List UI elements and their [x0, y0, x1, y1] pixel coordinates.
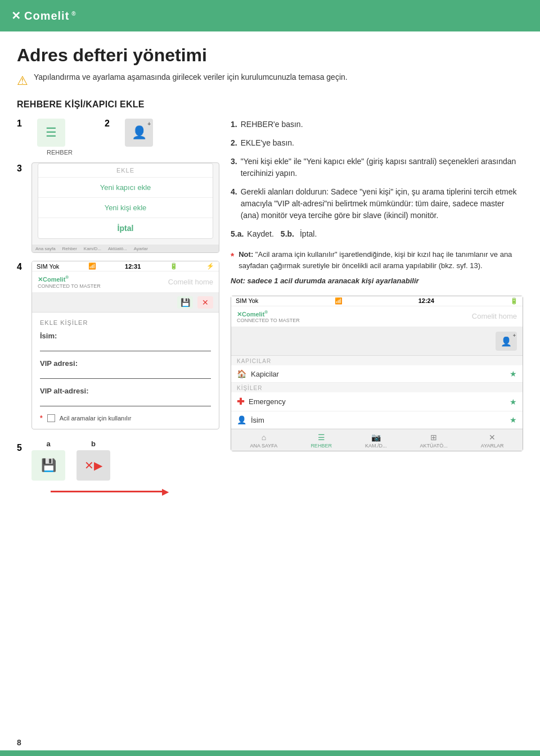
form-action-bar: 💾 ✕ — [32, 293, 219, 313]
rehber-icon-box: ☰ — [37, 119, 65, 147]
nav-label-ayarlar: AYARLAR — [481, 443, 504, 449]
emergency-star: ★ — [510, 397, 517, 406]
charge-icon: ⚡ — [206, 262, 214, 270]
menu-item-kapici[interactable]: Yeni kapıcı ekle — [38, 178, 213, 198]
left-column: 1 ☰ REHBER 2 👤 + 3 — [17, 119, 219, 497]
menu-icon: ☰ — [46, 125, 57, 140]
bottom-strip — [0, 750, 540, 756]
name-field-label: İsim: — [40, 332, 211, 340]
instr4-num: 4. — [231, 186, 237, 221]
page-title: Adres defteri yönetimi — [17, 45, 523, 66]
instr2-text: EKLE'ye basın. — [241, 137, 294, 149]
nav-label-kam: KAM./D... — [365, 443, 387, 449]
connected-text: CONNECTED TO MASTER — [38, 283, 101, 289]
instruction-4: 4. Gerekli alanları doldurun: Sadece "ye… — [231, 186, 523, 221]
isim-label: İsim — [251, 416, 264, 424]
vip-alt-field: VIP alt-adresi: — [40, 387, 211, 406]
kapicilar-label: Kapicilar — [251, 370, 279, 378]
logo-name: Comelit — [24, 10, 69, 22]
checkbox-label: Acil aramalar için kullanılır — [60, 415, 132, 422]
instr5a-text: Kaydet. — [247, 228, 273, 240]
name-field: İsim: — [40, 332, 211, 351]
header-bar: ✕ Comelit ® — [0, 0, 540, 31]
isim-list-item[interactable]: 👤 İsim ★ — [231, 411, 523, 429]
status-sim: SIM Yok — [37, 263, 59, 270]
comelit-logo-small: ✕Comelit® — [38, 275, 101, 283]
phone2-add-person[interactable]: 👤 + — [496, 332, 517, 351]
name-field-input[interactable] — [40, 342, 211, 351]
phone2-bottom-nav: ⌂ ANA SAYFA ☰ REHBER 📷 KAM./D... ⊞ AKTÜA… — [231, 429, 523, 451]
right-column: 1. REHBER'e basın. 2. EKLE'ye basın. 3. … — [231, 119, 523, 497]
nav-kam[interactable]: 📷 KAM./D... — [365, 433, 387, 449]
phone2-connected: CONNECTED TO MASTER — [237, 318, 300, 323]
section-title: REHBERE KİŞİ/KAPICI EKLE — [17, 99, 523, 110]
phone2-logo: ✕Comelit® — [237, 310, 300, 318]
phone2-header: ✕Comelit® CONNECTED TO MASTER Comelit ho… — [231, 306, 523, 328]
instr1-text: REHBER'e basın. — [241, 119, 303, 130]
step4-form-mock: SIM Yok 📶 12:31 🔋 ⚡ ✕Comelit® CONNECTED … — [32, 261, 219, 429]
vip-alt-field-input[interactable] — [40, 397, 211, 406]
nav-ayarlar[interactable]: ✕ AYARLAR — [481, 433, 504, 449]
step3-menu-mock: EKLE Yeni kapıcı ekle Yeni kişi ekle İpt… — [32, 162, 219, 253]
plus-badge: + — [147, 121, 151, 127]
step5-label: 5 — [17, 437, 26, 453]
kapicilar-icon: 🏠 — [237, 369, 246, 378]
nav-rehber[interactable]: ☰ REHBER — [310, 433, 332, 449]
ayarlar-nav-icon: ✕ — [489, 433, 496, 442]
section-kapicilar: KAPICILAR — [231, 356, 523, 365]
nav-aktuato[interactable]: ⊞ AKTÜATÖ... — [420, 433, 447, 449]
warning-text: Yapılandırma ve ayarlama aşamasında giri… — [34, 73, 348, 82]
red-arrow-area: ▶ — [17, 486, 219, 497]
step5-save-button[interactable]: 💾 — [32, 450, 65, 481]
menu-item-kisi[interactable]: Yeni kişi ekle — [38, 198, 213, 218]
phone-status-bar: SIM Yok 📶 12:31 🔋 ⚡ — [32, 261, 219, 271]
battery-icon: 🔋 — [170, 262, 178, 270]
step5b-label: b — [91, 440, 96, 448]
phone-header: ✕Comelit® CONNECTED TO MASTER Comelit ho… — [32, 271, 219, 293]
emergency-checkbox[interactable] — [47, 414, 55, 422]
cancel-button-form[interactable]: ✕ — [197, 296, 213, 309]
step2-label: 2 — [105, 119, 114, 129]
note-box: * Not: "Acil arama için kullanılır" işar… — [231, 249, 523, 287]
vip-alt-field-label: VIP alt-adresi: — [40, 387, 211, 395]
instruction-1: 1. REHBER'e basın. — [231, 119, 523, 130]
two-column-layout: 1 ☰ REHBER 2 👤 + 3 — [17, 119, 523, 497]
nav-ana-sayfa[interactable]: ⌂ ANA SAYFA — [250, 433, 278, 449]
page-number: 8 — [17, 738, 21, 747]
logo-symbol: ✕ — [11, 9, 21, 22]
kapicilar-list-item[interactable]: 🏠 Kapicilar ★ — [231, 365, 523, 383]
phone2-status-bar: SIM Yok 📶 12:24 🔋 — [231, 296, 523, 306]
instruction-2: 2. EKLE'ye basın. — [231, 137, 523, 149]
section-kisiler: KİŞİLER — [231, 383, 523, 392]
instr3-text: "Yeni kişi ekle" ile "Yeni kapıcı ekle" … — [241, 156, 523, 179]
phone2-home-text: Comelit home — [472, 312, 517, 320]
isim-icon: 👤 — [237, 415, 246, 424]
rehber-label: REHBER — [37, 149, 82, 156]
emergency-list-item[interactable]: ✚ Emergency ★ — [231, 392, 523, 411]
phone-mock-2: SIM Yok 📶 12:24 🔋 ✕Comelit® CONNECTED TO… — [231, 296, 523, 452]
phone2-add-row: 👤 + — [231, 327, 523, 356]
add-person-icon-box: 👤 + — [125, 119, 153, 147]
instr3-num: 3. — [231, 156, 237, 179]
warning-icon: ⚠ — [17, 74, 28, 88]
step3-label: 3 — [17, 162, 26, 253]
nav-label-anasayfa: ANA SAYFA — [250, 443, 278, 449]
phone2-battery-icon: 🔋 — [510, 297, 518, 305]
step4-label: 4 — [17, 261, 26, 429]
menu-item-cancel[interactable]: İptal — [38, 218, 213, 238]
vip-field: VIP adresi: — [40, 359, 211, 379]
note-asterisk: * — [231, 250, 234, 264]
instruction-5: 5.a. Kaydet. 5.b. İptal. — [231, 228, 523, 240]
aktuato-nav-icon: ⊞ — [430, 433, 437, 442]
instruction-3: 3. "Yeni kişi ekle" ile "Yeni kapıcı ekl… — [231, 156, 523, 179]
emergency-label: Emergency — [249, 397, 286, 406]
step5a-label: a — [46, 440, 50, 448]
vip-field-input[interactable] — [40, 370, 211, 379]
step5-cancel-button[interactable]: ✕▶ — [76, 450, 110, 481]
bottom-tabs-stub: Ana sayfa Rehber Kam/D... Aktüatö... Aya… — [32, 245, 219, 252]
checkbox-row: * Acil aramalar için kullanılır — [40, 414, 211, 422]
nav-label-aktuato: AKTÜATÖ... — [420, 443, 447, 449]
save-button-form[interactable]: 💾 — [177, 296, 193, 309]
instr4-text: Gerekli alanları doldurun: Sadece "yeni … — [241, 186, 523, 221]
note-text: Not: "Acil arama için kullanılır" işaret… — [238, 249, 523, 271]
